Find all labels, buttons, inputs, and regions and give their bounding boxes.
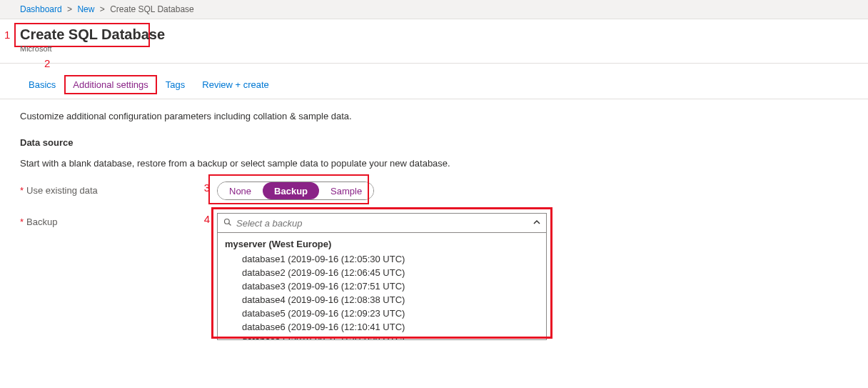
backup-dropdown-panel[interactable]: myserver (West Europe) database1 (2019-0…	[217, 233, 547, 340]
backup-label: Backup	[26, 217, 57, 227]
page-header: Create SQL Database Microsoft	[0, 19, 868, 64]
pill-none[interactable]: None	[218, 182, 263, 199]
page-subtitle: Microsoft	[20, 44, 848, 53]
page-title: Create SQL Database	[20, 26, 848, 43]
annotation-marker-3: 3	[198, 181, 210, 194]
backup-dropdown-trigger[interactable]	[217, 213, 547, 233]
backup-dropdown: myserver (West Europe) database1 (2019-0…	[217, 213, 547, 340]
pill-sample[interactable]: Sample	[319, 182, 373, 199]
breadcrumb-dashboard[interactable]: Dashboard	[20, 4, 62, 14]
breadcrumb-new[interactable]: New	[77, 4, 94, 14]
backup-search-input[interactable]	[236, 218, 533, 229]
dropdown-item[interactable]: database1 (2019-09-16 (12:05:30 UTC)	[218, 252, 546, 266]
annotation-marker-1: 1	[4, 29, 10, 41]
dropdown-item[interactable]: database3 (2019-09-16 (12:07:51 UTC)	[218, 279, 546, 293]
tab-label: Additional settings	[73, 79, 148, 90]
breadcrumb-current: Create SQL Database	[110, 4, 194, 14]
dropdown-item[interactable]: database4 (2019-09-16 (12:08:38 UTC)	[218, 293, 546, 307]
data-source-title: Data source	[20, 137, 848, 148]
dropdown-item[interactable]: database6 (2019-09-16 (12:10:41 UTC)	[218, 320, 546, 334]
chevron-right-icon: >	[100, 4, 105, 14]
use-existing-data-label: Use existing data	[26, 185, 98, 196]
tab-tags[interactable]: Tags	[157, 75, 193, 99]
dropdown-group-header: myserver (West Europe)	[218, 236, 546, 252]
chevron-right-icon: >	[67, 4, 72, 14]
tabs: Basics Additional settings Tags Review +…	[0, 64, 868, 99]
required-icon: *	[20, 217, 24, 227]
content-area: Customize additional configuration param…	[0, 99, 868, 388]
required-icon: *	[20, 185, 24, 196]
pill-backup[interactable]: Backup	[263, 182, 319, 199]
tab-basics[interactable]: Basics	[20, 75, 64, 99]
chevron-up-icon	[533, 219, 540, 227]
dropdown-item[interactable]: database7 (2019-09-16 (12:11:38 UTC)	[218, 334, 546, 340]
row-backup: * Backup 4 myserver (West Europe) da	[20, 213, 848, 340]
dropdown-item[interactable]: database5 (2019-09-16 (12:09:23 UTC)	[218, 307, 546, 320]
svg-point-0	[225, 219, 230, 224]
dropdown-item[interactable]: database2 (2019-09-16 (12:06:45 UTC)	[218, 266, 546, 279]
annotation-marker-2: 2	[44, 57, 50, 69]
data-source-desc: Start with a blank database, restore fro…	[20, 158, 848, 169]
svg-line-1	[229, 223, 231, 225]
row-use-existing-data: * Use existing data 3 None Backup Sample	[20, 181, 848, 203]
use-existing-data-toggle: None Backup Sample	[217, 181, 374, 200]
search-icon	[223, 218, 232, 229]
annotation-marker-4: 4	[198, 213, 210, 225]
breadcrumb: Dashboard > New > Create SQL Database	[0, 0, 868, 19]
tab-additional-settings[interactable]: Additional settings	[64, 75, 157, 99]
tab-review-create[interactable]: Review + create	[193, 75, 278, 99]
intro-text: Customize additional configuration param…	[20, 111, 848, 121]
